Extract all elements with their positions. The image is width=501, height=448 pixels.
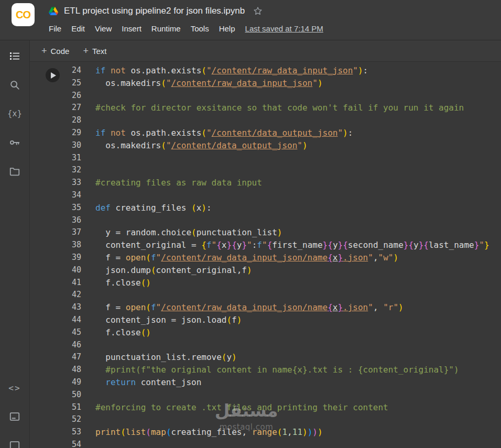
add-text-label: Text — [92, 47, 107, 56]
code-line[interactable]: 35def creating_files (x): — [60, 202, 501, 214]
code-line[interactable]: 43 f = open(f"/content/raw_data_input_js… — [60, 301, 501, 314]
code-line[interactable]: 32 — [60, 164, 501, 177]
terminal-icon — [9, 440, 20, 448]
code-text: content_json = json.load(f) — [95, 314, 242, 326]
sidebar-item-search[interactable] — [8, 79, 21, 91]
title-row: ETL project using pipeline2 for json fil… — [49, 3, 323, 19]
code-line[interactable]: 49 return content_json — [60, 376, 501, 389]
menu-bar: File Edit View Insert Runtime Tools Help… — [49, 19, 323, 38]
line-number: 35 — [60, 202, 81, 214]
code-line[interactable]: 47 punctuation_list.remove(y) — [60, 351, 501, 364]
add-code-button[interactable]: + Code — [37, 44, 73, 58]
code-line[interactable]: 24if not os.path.exists("/content/raw_da… — [60, 64, 501, 77]
code-text: os.makedirs("/content/raw_data_input_jso… — [95, 77, 323, 90]
line-number: 38 — [60, 239, 81, 252]
sidebar-item-command-palette[interactable] — [8, 410, 21, 423]
code-line[interactable]: 40 json.dump(content_original,f) — [60, 264, 501, 277]
line-number: 39 — [60, 252, 81, 264]
code-line[interactable]: 37 y = random.choice(punctuation_list) — [60, 226, 501, 239]
code-line[interactable]: 48 #print(f"the original content in name… — [60, 364, 501, 376]
code-text: f = open(f"/content/raw_data_input_json/… — [95, 301, 404, 314]
code-text: f.close() — [95, 326, 151, 339]
last-saved-link[interactable]: Last saved at 7:14 PM — [245, 24, 323, 33]
line-number: 36 — [60, 214, 81, 227]
variables-icon: {x} — [7, 109, 22, 118]
header: CO ETL project using pipeline2 for json … — [0, 0, 501, 40]
code-text: f = open(f"/content/raw_data_input_json/… — [95, 252, 398, 264]
header-main: ETL project using pipeline2 for json fil… — [49, 3, 323, 38]
line-number: 34 — [60, 189, 81, 202]
code-line[interactable]: 27#check for director exsitance so that … — [60, 102, 501, 114]
search-icon — [9, 79, 20, 91]
line-number: 32 — [60, 164, 81, 177]
code-line[interactable]: 42 — [60, 289, 501, 301]
key-icon — [9, 137, 20, 148]
menu-view[interactable]: View — [95, 24, 112, 33]
menu-insert[interactable]: Insert — [122, 24, 141, 33]
folder-icon — [9, 166, 20, 177]
line-number: 25 — [60, 77, 81, 90]
code-line[interactable]: 31 — [60, 152, 501, 165]
code-line[interactable]: 41 f.close() — [60, 277, 501, 289]
code-line[interactable]: 52 — [60, 413, 501, 426]
menu-help[interactable]: Help — [219, 24, 235, 33]
line-number: 33 — [60, 177, 81, 189]
line-number: 54 — [60, 439, 81, 448]
line-number: 47 — [60, 351, 81, 364]
code-line[interactable]: 38 content_original = {f"{x}{y}":f"{firs… — [60, 239, 501, 252]
line-number: 29 — [60, 127, 81, 139]
line-number: 37 — [60, 226, 81, 239]
menu-edit[interactable]: Edit — [71, 24, 85, 33]
code-line[interactable]: 53print(list(map(creating_files, range(1… — [60, 426, 501, 439]
line-number: 45 — [60, 326, 81, 339]
code-text: def creating_files (x): — [95, 202, 212, 214]
code-cell: 24if not os.path.exists("/content/raw_da… — [30, 62, 501, 448]
star-button[interactable] — [253, 6, 263, 16]
line-number: 28 — [60, 114, 81, 127]
code-line[interactable]: 30 os.makedirs("/content/data_output_jso… — [60, 139, 501, 152]
code-line[interactable]: 44 content_json = json.load(f) — [60, 314, 501, 326]
line-number: 31 — [60, 152, 81, 165]
sidebar-item-code-snippets[interactable]: <> — [8, 381, 21, 394]
code-line[interactable]: 28 — [60, 114, 501, 127]
notebook-title[interactable]: ETL project using pipeline2 for json fil… — [64, 6, 245, 16]
table-of-contents-icon — [8, 50, 21, 62]
line-number: 48 — [60, 364, 81, 376]
plus-icon: + — [41, 46, 47, 56]
code-line[interactable]: 36 — [60, 214, 501, 227]
code-line[interactable]: 54 — [60, 439, 501, 448]
colab-logo[interactable]: CO — [12, 3, 35, 26]
sidebar-item-files[interactable] — [8, 165, 21, 178]
code-line[interactable]: 29if not os.path.exists("/content/data_o… — [60, 127, 501, 139]
menu-file[interactable]: File — [49, 24, 61, 33]
sidebar-item-terminal[interactable] — [8, 439, 21, 448]
menu-tools[interactable]: Tools — [191, 24, 209, 33]
line-number: 46 — [60, 339, 81, 352]
code-text: os.makedirs("/content/data_output_json") — [95, 139, 308, 152]
star-icon — [253, 6, 263, 16]
run-cell-button[interactable] — [46, 68, 60, 82]
code-text: #enforcing to create .txt files and prin… — [95, 401, 388, 414]
code-line[interactable]: 39 f = open(f"/content/raw_data_input_js… — [60, 252, 501, 264]
code-line[interactable]: 50 — [60, 389, 501, 401]
code-line[interactable]: 46 — [60, 339, 501, 352]
sidebar-item-secrets[interactable] — [8, 136, 21, 149]
code-text: #print(f"the original content in name{x}… — [95, 364, 459, 376]
google-drive-icon — [49, 7, 58, 15]
notebook-content: + Code + Text 24if not os.path.exists("/… — [30, 40, 501, 448]
code-line[interactable]: 51#enforcing to create .txt files and pr… — [60, 401, 501, 414]
code-text: print(list(map(creating_files, range(1,1… — [95, 426, 323, 439]
code-line[interactable]: 45 f.close() — [60, 326, 501, 339]
line-number: 27 — [60, 102, 81, 114]
add-text-button[interactable]: + Text — [79, 44, 111, 58]
code-line[interactable]: 25 os.makedirs("/content/raw_data_input_… — [60, 77, 501, 90]
line-number: 30 — [60, 139, 81, 152]
menu-runtime[interactable]: Runtime — [151, 24, 181, 33]
sidebar-item-table-of-contents[interactable] — [8, 50, 21, 62]
line-number: 41 — [60, 277, 81, 289]
plus-icon: + — [83, 46, 89, 56]
sidebar-item-variables[interactable]: {x} — [8, 107, 21, 120]
code-line[interactable]: 26 — [60, 90, 501, 102]
code-line[interactable]: 33#creating files as raw data input — [60, 177, 501, 189]
code-line[interactable]: 34 — [60, 189, 501, 202]
